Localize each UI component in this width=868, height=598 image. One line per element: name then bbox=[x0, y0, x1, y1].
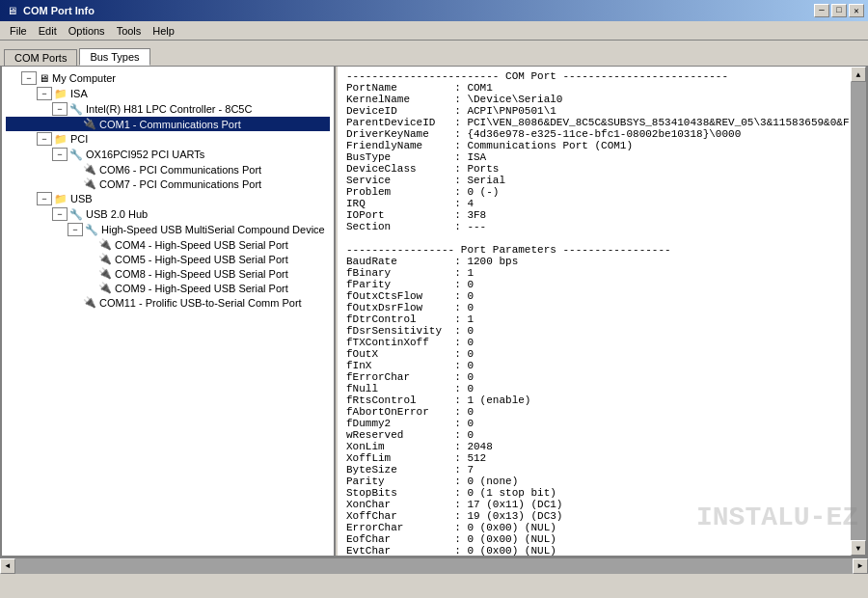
title-bar: 🖥 COM Port Info ─ □ ✕ bbox=[0, 0, 868, 21]
vertical-scrollbar[interactable]: ▲ ▼ bbox=[851, 67, 866, 556]
com5-icon: 🔌 bbox=[98, 253, 112, 265]
tree-node-com6[interactable]: 🔌 COM6 - PCI Communications Port bbox=[6, 162, 330, 177]
tree-node-usb[interactable]: − 📁 USB bbox=[6, 191, 330, 206]
com4-icon: 🔌 bbox=[98, 238, 112, 251]
scroll-track-vertical[interactable] bbox=[851, 82, 866, 540]
tab-bar: COM Ports Bus Types bbox=[0, 41, 868, 66]
isa-icon: 📁 bbox=[54, 88, 68, 100]
tree-label-isa: ISA bbox=[70, 88, 88, 99]
tree-label-com6: COM6 - PCI Communications Port bbox=[99, 164, 261, 176]
tree-node-com11[interactable]: 🔌 COM11 - Prolific USB-to-Serial Comm Po… bbox=[6, 295, 330, 310]
menu-help[interactable]: Help bbox=[147, 23, 180, 39]
scroll-down-button[interactable]: ▼ bbox=[851, 540, 866, 556]
com8-icon: 🔌 bbox=[98, 267, 112, 280]
expand-pci[interactable]: − bbox=[37, 132, 52, 146]
usb-icon: 📁 bbox=[54, 193, 68, 205]
scroll-up-button[interactable]: ▲ bbox=[851, 67, 866, 82]
tree-panel: − 🖥 My Computer − 📁 ISA − 🔧 Intel(R) H81… bbox=[2, 67, 335, 556]
tree-label-com7: COM7 - PCI Communications Port bbox=[99, 178, 261, 190]
info-panel[interactable]: ------------------------ COM Port ------… bbox=[339, 67, 851, 556]
tree-label-my-computer: My Computer bbox=[52, 72, 116, 84]
tree-label-com1: COM1 - Communications Port bbox=[99, 119, 241, 130]
ox16-icon: 🔧 bbox=[69, 149, 83, 161]
tab-bus-types[interactable]: Bus Types bbox=[79, 48, 149, 66]
horizontal-scrollbar[interactable]: ◄ ► bbox=[0, 557, 868, 573]
scroll-left-button[interactable]: ◄ bbox=[0, 558, 15, 574]
tree-label-usb: USB bbox=[70, 193, 93, 204]
expand-ox16pci952[interactable]: − bbox=[52, 148, 68, 161]
tree-label-com9: COM9 - High-Speed USB Serial Port bbox=[115, 283, 288, 294]
computer-icon: 🖥 bbox=[39, 72, 49, 84]
tree-label-com11: COM11 - Prolific USB-to-Serial Comm Port bbox=[99, 297, 302, 309]
menu-options[interactable]: Options bbox=[63, 23, 111, 39]
tree-node-usb20hub[interactable]: − 🔧 USB 2.0 Hub bbox=[6, 206, 330, 222]
tree-label-ox16pci952: OX16PCI952 PCI UARTs bbox=[86, 149, 204, 160]
com11-icon: 🔌 bbox=[83, 296, 96, 309]
com6-icon: 🔌 bbox=[83, 163, 96, 176]
tree-node-com1[interactable]: 🔌 COM1 - Communications Port bbox=[6, 117, 330, 131]
com9-icon: 🔌 bbox=[98, 282, 112, 294]
tree-node-com4[interactable]: 🔌 COM4 - High-Speed USB Serial Port bbox=[6, 237, 330, 252]
tree-label-intel-h81: Intel(R) H81 LPC Controller - 8C5C bbox=[86, 103, 252, 115]
com7-icon: 🔌 bbox=[83, 177, 96, 190]
close-button[interactable]: ✕ bbox=[849, 4, 864, 17]
menu-bar: File Edit Options Tools Help bbox=[0, 21, 868, 41]
minimize-button[interactable]: ─ bbox=[814, 4, 829, 17]
app-icon: 🖥 bbox=[4, 3, 19, 18]
tree-label-pci: PCI bbox=[70, 133, 88, 145]
tree-node-my-computer[interactable]: − 🖥 My Computer bbox=[6, 70, 330, 86]
expand-usb[interactable]: − bbox=[37, 192, 52, 205]
expand-highspeed-multi[interactable]: − bbox=[68, 223, 83, 236]
tree-node-intel-h81[interactable]: − 🔧 Intel(R) H81 LPC Controller - 8C5C bbox=[6, 101, 330, 117]
tree-node-com5[interactable]: 🔌 COM5 - High-Speed USB Serial Port bbox=[6, 252, 330, 266]
com1-icon: 🔌 bbox=[83, 118, 96, 130]
info-text: ------------------------ COM Port ------… bbox=[346, 70, 843, 556]
tree-label-usb20hub: USB 2.0 Hub bbox=[86, 208, 148, 220]
expand-usb20hub[interactable]: − bbox=[52, 207, 68, 221]
menu-file[interactable]: File bbox=[4, 23, 33, 39]
watermark: INSTALU-EZ bbox=[696, 503, 858, 532]
tree-label-com5: COM5 - High-Speed USB Serial Port bbox=[115, 254, 288, 265]
expand-isa[interactable]: − bbox=[37, 87, 52, 100]
scroll-right-button[interactable]: ► bbox=[853, 558, 868, 574]
tree-node-isa[interactable]: − 📁 ISA bbox=[6, 86, 330, 101]
tree-label-highspeed-multi: High-Speed USB MultiSerial Compound Devi… bbox=[101, 224, 325, 235]
menu-tools[interactable]: Tools bbox=[111, 23, 148, 39]
tree-node-com9[interactable]: 🔌 COM9 - High-Speed USB Serial Port bbox=[6, 281, 330, 295]
tab-com-ports[interactable]: COM Ports bbox=[4, 49, 77, 66]
scroll-track-horizontal[interactable] bbox=[15, 558, 853, 574]
intel-icon: 🔧 bbox=[69, 103, 83, 116]
menu-edit[interactable]: Edit bbox=[33, 23, 63, 39]
maximize-button[interactable]: □ bbox=[831, 4, 847, 17]
tree-node-highspeed-multi[interactable]: − 🔧 High-Speed USB MultiSerial Compound … bbox=[6, 222, 330, 237]
window-controls: ─ □ ✕ bbox=[814, 4, 864, 17]
tree-label-com4: COM4 - High-Speed USB Serial Port bbox=[115, 239, 288, 251]
tree-node-ox16pci952[interactable]: − 🔧 OX16PCI952 PCI UARTs bbox=[6, 147, 330, 162]
multi-icon: 🔧 bbox=[85, 224, 98, 236]
window-title: COM Port Info bbox=[23, 5, 814, 16]
tree-node-pci[interactable]: − 📁 PCI bbox=[6, 131, 330, 147]
tree-node-com8[interactable]: 🔌 COM8 - High-Speed USB Serial Port bbox=[6, 266, 330, 281]
tree-node-com7[interactable]: 🔌 COM7 - PCI Communications Port bbox=[6, 177, 330, 191]
usb-hub-icon: 🔧 bbox=[69, 208, 83, 221]
pci-icon: 📁 bbox=[54, 133, 68, 146]
tree-label-com8: COM8 - High-Speed USB Serial Port bbox=[115, 268, 288, 280]
expand-my-computer[interactable]: − bbox=[21, 71, 37, 85]
expand-intel-h81[interactable]: − bbox=[52, 102, 68, 116]
